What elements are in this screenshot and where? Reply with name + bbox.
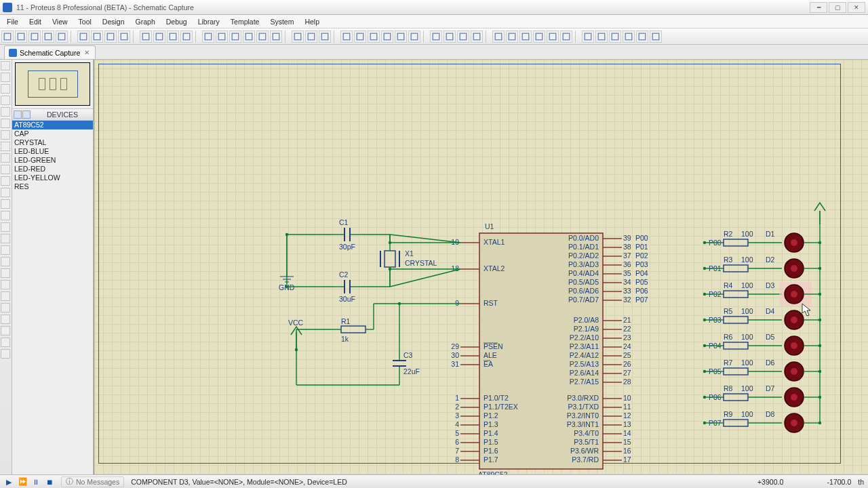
toolbar-button[interactable] xyxy=(471,30,483,43)
toolbar-button[interactable] xyxy=(140,30,152,43)
toolbar-button[interactable] xyxy=(547,30,559,43)
menu-tool[interactable]: Tool xyxy=(73,15,97,28)
toolbar-button[interactable] xyxy=(118,30,130,43)
toolbar-button[interactable] xyxy=(91,30,103,43)
device-item[interactable]: AT89C52 xyxy=(12,121,93,129)
palette-tool[interactable] xyxy=(1,291,10,301)
minimize-button[interactable]: ━ xyxy=(810,2,827,13)
step-button[interactable]: ⏩ xyxy=(18,477,27,487)
toolbar-button[interactable] xyxy=(202,30,214,43)
menu-template[interactable]: Template xyxy=(225,15,265,28)
toolbar-button[interactable] xyxy=(443,30,456,43)
toolbar-button[interactable] xyxy=(1,30,14,43)
component-r7[interactable] xyxy=(724,368,748,375)
close-button[interactable]: ✕ xyxy=(848,2,865,13)
menu-view[interactable]: View xyxy=(47,15,73,28)
tab-close-icon[interactable]: ✕ xyxy=(83,49,91,57)
device-item[interactable]: RES xyxy=(12,182,93,191)
palette-tool[interactable] xyxy=(1,96,10,105)
toolbar-button[interactable] xyxy=(180,30,193,43)
palette-tool[interactable] xyxy=(1,73,10,82)
component-r8[interactable] xyxy=(724,394,748,401)
pick-device-icon[interactable] xyxy=(14,110,22,119)
menu-library[interactable]: Library xyxy=(193,15,225,28)
component-r3[interactable] xyxy=(724,265,748,272)
palette-tool[interactable] xyxy=(1,188,10,197)
toolbar-button[interactable] xyxy=(560,30,572,43)
toolbar-button[interactable] xyxy=(340,30,353,43)
toolbar-button[interactable] xyxy=(15,30,27,43)
palette-tool[interactable] xyxy=(1,165,10,174)
palette-tool[interactable] xyxy=(1,338,10,347)
toolbar-button[interactable] xyxy=(492,30,505,43)
palette-tool[interactable] xyxy=(1,61,10,70)
toolbar-button[interactable] xyxy=(243,30,255,43)
palette-tool[interactable] xyxy=(1,176,10,186)
toolbar-button[interactable] xyxy=(506,30,518,43)
toolbar-button[interactable] xyxy=(270,30,282,43)
toolbar-button[interactable] xyxy=(430,30,442,43)
toolbar-button[interactable] xyxy=(319,30,331,43)
toolbar-button[interactable] xyxy=(395,30,407,43)
toolbar-button[interactable] xyxy=(408,30,420,43)
palette-tool[interactable] xyxy=(1,130,10,140)
toolbar-button[interactable] xyxy=(381,30,393,43)
toolbar-button[interactable] xyxy=(167,30,179,43)
toolbar-button[interactable] xyxy=(533,30,545,43)
toolbar-button[interactable] xyxy=(292,30,304,43)
toolbar-button[interactable] xyxy=(354,30,366,43)
toolbar-button[interactable] xyxy=(42,30,54,43)
maximize-button[interactable]: ▢ xyxy=(829,2,846,13)
messages-indicator[interactable]: ⓘ No Messages xyxy=(61,476,124,487)
menu-design[interactable]: Design xyxy=(97,15,130,28)
palette-tool[interactable] xyxy=(1,234,10,243)
toolbar-button[interactable] xyxy=(104,30,117,43)
device-item[interactable]: CRYSTAL xyxy=(12,138,93,147)
palette-tool[interactable] xyxy=(1,142,10,151)
toolbar-button[interactable] xyxy=(623,30,635,43)
component-r2[interactable] xyxy=(724,239,748,246)
component-r9[interactable] xyxy=(724,420,748,426)
component-r4[interactable] xyxy=(724,291,748,298)
palette-tool[interactable] xyxy=(1,268,10,278)
menu-graph[interactable]: Graph xyxy=(130,15,161,28)
toolbar-button[interactable] xyxy=(216,30,228,43)
toolbar-button[interactable] xyxy=(256,30,269,43)
palette-tool[interactable] xyxy=(1,107,10,117)
palette-tool[interactable] xyxy=(1,84,10,94)
menu-help[interactable]: Help xyxy=(299,15,325,28)
toolbar-button[interactable] xyxy=(582,30,594,43)
toolbar-button[interactable] xyxy=(28,30,41,43)
menu-debug[interactable]: Debug xyxy=(161,15,193,28)
toolbar-button[interactable] xyxy=(457,30,469,43)
menu-edit[interactable]: Edit xyxy=(24,15,47,28)
device-list[interactable]: AT89C52CAPCRYSTALLED-BLUELED-GREENLED-RE… xyxy=(12,121,93,474)
palette-tool[interactable] xyxy=(1,257,10,266)
toolbar-button[interactable] xyxy=(77,30,90,43)
toolbar-button[interactable] xyxy=(229,30,241,43)
menu-system[interactable]: System xyxy=(264,15,299,28)
toolbar-button[interactable] xyxy=(153,30,165,43)
toolbar-button[interactable] xyxy=(650,30,662,43)
toolbar-button[interactable] xyxy=(368,30,380,43)
toolbar-button[interactable] xyxy=(305,30,317,43)
component-r6[interactable] xyxy=(724,342,748,349)
tab-schematic-capture[interactable]: Schematic Capture ✕ xyxy=(4,45,96,59)
device-item[interactable]: LED-BLUE xyxy=(12,147,93,156)
palette-tool[interactable] xyxy=(1,199,10,209)
device-item[interactable]: LED-YELLOW xyxy=(12,174,93,182)
palette-tool[interactable] xyxy=(1,119,10,128)
palette-tool[interactable] xyxy=(1,326,10,336)
schematic-canvas[interactable]: U1AT89C5219XTAL118XTAL29RST29PSEN30ALE31… xyxy=(94,60,868,474)
design-overview[interactable] xyxy=(15,62,90,106)
toolbar-button[interactable] xyxy=(636,30,648,43)
toolbar-button[interactable] xyxy=(519,30,532,43)
palette-tool[interactable] xyxy=(1,349,10,359)
palette-tool[interactable] xyxy=(1,280,10,289)
stop-button[interactable]: ⏹ xyxy=(45,477,54,487)
device-item[interactable]: LED-GREEN xyxy=(12,156,93,165)
menu-file[interactable]: File xyxy=(1,15,24,28)
device-item[interactable]: LED-RED xyxy=(12,165,93,174)
play-button[interactable]: ▶ xyxy=(4,477,14,487)
palette-tool[interactable] xyxy=(1,314,10,324)
